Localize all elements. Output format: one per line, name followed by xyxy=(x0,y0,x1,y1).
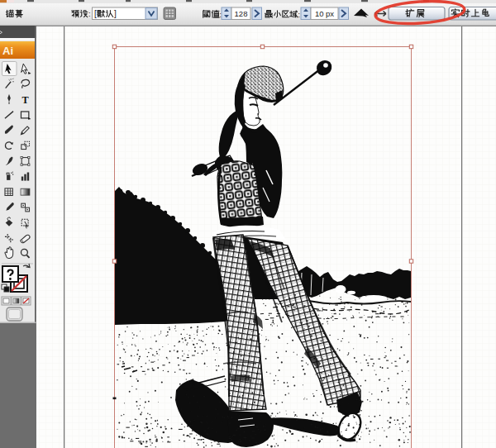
svg-text:T: T xyxy=(21,94,28,106)
svg-text:128: 128 xyxy=(235,9,248,18)
svg-text:[: [ xyxy=(94,9,97,18)
svg-text:]: ] xyxy=(114,9,117,18)
svg-text::: : xyxy=(298,11,301,19)
svg-text:Ai: Ai xyxy=(2,45,13,57)
svg-text:10 px: 10 px xyxy=(315,9,334,18)
svg-text::: : xyxy=(88,10,91,18)
